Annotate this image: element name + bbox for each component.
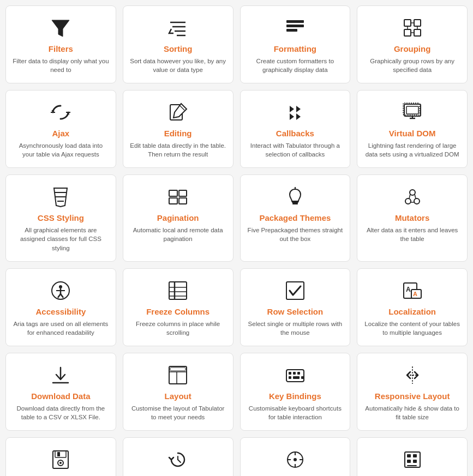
accessibility-desc: Aria tags are used on all elements for e… (13, 320, 109, 337)
card-persistent-layout[interactable]: Persistent Layout Remember user layout p… (5, 437, 116, 476)
card-ajax[interactable]: Ajax Asynchronously load data into your … (5, 90, 116, 168)
svg-rect-11 (414, 29, 421, 36)
navigation-icon (284, 448, 306, 472)
card-editing[interactable]: Editing Edit table data directly in the … (123, 90, 233, 168)
card-responsive-layout[interactable]: Responsive Layout Automatically hide & s… (357, 353, 468, 431)
packaged-themes-icon (284, 185, 306, 209)
svg-point-35 (414, 198, 420, 204)
freeze-columns-desc: Freeze columns in place while scrolling (130, 320, 226, 337)
svg-rect-19 (406, 106, 418, 114)
svg-rect-26 (169, 190, 177, 196)
feature-grid: Filters Filter data to display only what… (5, 5, 468, 476)
filters-desc: Filter data to display only what you nee… (13, 57, 109, 74)
key-bindings-icon (284, 363, 306, 387)
svg-rect-73 (55, 451, 66, 457)
filters-title: Filters (49, 44, 73, 53)
virtual-dom-title: Virtual DOM (389, 129, 436, 138)
formatting-icon (284, 16, 306, 40)
card-download-data[interactable]: Download Data Download data directly fro… (5, 353, 116, 431)
pagination-icon (167, 185, 189, 209)
css-styling-title: CSS Styling (38, 213, 84, 222)
ajax-desc: Asynchronously load data into your table… (13, 141, 109, 159)
card-layout[interactable]: Layout Customise the layout of Tabulator… (123, 353, 233, 431)
svg-rect-89 (413, 460, 417, 463)
svg-rect-69 (301, 376, 304, 379)
card-localization[interactable]: A A A A Localization Localize the conten… (357, 268, 468, 346)
accessibility-title: Accessibility (36, 307, 86, 316)
svg-marker-0 (52, 20, 69, 37)
callbacks-icon (284, 100, 306, 124)
svg-rect-30 (292, 201, 298, 203)
svg-line-36 (409, 194, 410, 198)
packaged-themes-desc: Five Prepackaged themes straight out the… (247, 226, 344, 243)
card-freeze-columns[interactable]: Freeze Columns Freeze columns in place w… (123, 268, 233, 346)
card-history[interactable]: History Record user interactions and Und… (123, 437, 233, 476)
card-grouping[interactable]: Grouping Graphically group rows by any s… (357, 5, 468, 83)
css-styling-icon (50, 185, 71, 209)
svg-point-76 (59, 462, 62, 464)
svg-rect-45 (169, 282, 187, 299)
row-selection-icon (284, 279, 306, 303)
svg-point-80 (294, 458, 297, 461)
row-selection-title: Row Selection (267, 307, 324, 316)
localization-desc: Localize the content of your tables to m… (364, 320, 460, 337)
column-calculations-icon (402, 448, 423, 472)
formatting-title: Formatting (274, 44, 316, 53)
card-sorting[interactable]: Sorting Sort data however you like, by a… (123, 5, 233, 83)
svg-rect-6 (286, 25, 304, 27)
card-css-styling[interactable]: CSS Styling All graphical elements are a… (5, 174, 116, 261)
card-pagination[interactable]: Pagination Automatic local and remote da… (123, 174, 233, 261)
svg-rect-68 (293, 376, 300, 379)
svg-rect-90 (407, 465, 417, 466)
svg-line-78 (178, 460, 181, 462)
svg-rect-86 (407, 454, 411, 457)
svg-point-40 (59, 285, 62, 288)
svg-rect-28 (179, 190, 187, 196)
download-data-desc: Download data directly from the table to… (13, 404, 109, 421)
svg-rect-5 (286, 20, 304, 23)
svg-rect-59 (169, 366, 187, 384)
freeze-columns-icon (167, 279, 189, 303)
svg-rect-67 (289, 376, 291, 379)
svg-rect-87 (413, 454, 417, 457)
svg-point-34 (405, 198, 411, 204)
card-virtual-dom[interactable]: Virtual DOM Lightning fast rendering of … (357, 90, 468, 168)
row-selection-desc: Select single or multiple rows with the … (247, 320, 344, 337)
card-mutators[interactable]: Mutators Alter data as it enters and lea… (357, 174, 468, 261)
svg-rect-65 (293, 372, 296, 375)
grouping-title: Grouping (394, 44, 431, 53)
editing-icon (167, 100, 189, 124)
card-row-selection[interactable]: Row Selection Select single or multiple … (240, 268, 351, 346)
card-filters[interactable]: Filters Filter data to display only what… (5, 5, 116, 83)
svg-line-44 (61, 294, 63, 298)
card-callbacks[interactable]: Callbacks Interact with Tabulator throug… (240, 90, 351, 168)
card-accessibility[interactable]: Accessibility Aria tags are used on all … (5, 268, 116, 346)
mutators-title: Mutators (395, 213, 429, 222)
svg-rect-9 (414, 20, 421, 26)
download-data-title: Download Data (31, 391, 90, 401)
ajax-icon (50, 100, 71, 124)
virtual-dom-icon (402, 100, 423, 124)
card-packaged-themes[interactable]: Packaged Themes Five Prepackaged themes … (240, 174, 351, 261)
card-formatting[interactable]: Formatting Create custom formatters to g… (240, 5, 351, 83)
svg-rect-29 (179, 198, 187, 204)
card-key-bindings[interactable]: Key Bindings Customisable keyboard short… (240, 353, 351, 431)
pagination-desc: Automatic local and remote data paginati… (130, 226, 226, 243)
virtual-dom-desc: Lightning fast rendering of large data s… (364, 141, 460, 159)
localization-title: Localization (388, 307, 436, 316)
freeze-columns-title: Freeze Columns (146, 307, 209, 316)
card-navigation[interactable]: Navigation Navigate focus around the tab… (240, 437, 351, 476)
svg-rect-88 (407, 460, 411, 463)
svg-rect-31 (292, 203, 298, 204)
editing-title: Editing (164, 129, 192, 138)
svg-rect-7 (286, 29, 297, 32)
sorting-icon (167, 16, 189, 40)
formatting-desc: Create custom formatters to graphically … (247, 57, 344, 74)
responsive-layout-desc: Automatically hide & show data to fit ta… (364, 404, 460, 421)
grouping-desc: Graphically group rows by any specified … (364, 57, 460, 74)
css-styling-desc: All graphical elements are assigned clas… (13, 226, 109, 252)
pagination-title: Pagination (157, 213, 199, 222)
layout-title: Layout (165, 391, 191, 401)
card-column-calculations[interactable]: Column Calculations Calculate max, min, … (357, 437, 468, 476)
mutators-desc: Alter data as it enters and leaves the t… (364, 226, 460, 243)
